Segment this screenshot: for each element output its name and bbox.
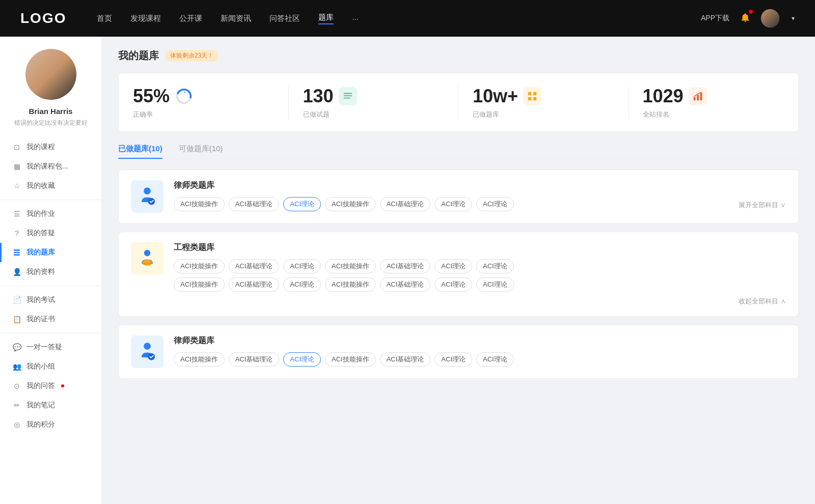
sidebar-item-points[interactable]: ◎ 我的积分 (0, 415, 101, 434)
svg-point-17 (148, 198, 155, 205)
tag[interactable]: ACI技能操作 (174, 277, 225, 292)
sidebar-item-certificate[interactable]: 📋 我的证书 (0, 310, 101, 329)
nav-qa[interactable]: 问答社区 (269, 14, 300, 23)
qbank-card-lawyer-2: 律师类题库 ACI技能操作 ACI基础理论 ACI理论 ACI技能操作 ACI基… (118, 325, 799, 379)
tag[interactable]: ACI理论 (434, 277, 472, 292)
svg-rect-2 (14, 254, 20, 256)
packages-icon: ▦ (12, 162, 21, 171)
tag[interactable]: ACI技能操作 (174, 197, 225, 211)
tag[interactable]: ACI理论 (283, 277, 321, 292)
tag[interactable]: ACI技能操作 (325, 277, 376, 292)
tag[interactable]: ACI基础理论 (380, 259, 431, 273)
sidebar-item-qa[interactable]: ? 我的答疑 (0, 223, 101, 243)
qa-icon: ? (12, 229, 21, 238)
tag[interactable]: ACI理论 (476, 259, 514, 273)
tag[interactable]: ACI技能操作 (174, 259, 225, 273)
bell-icon (740, 12, 751, 23)
stat-value-row-3: 10w+ (473, 86, 541, 107)
sidebar-item-favorites[interactable]: ☆ 我的收藏 (0, 176, 101, 195)
notes-icon: ✏ (12, 401, 21, 410)
sidebar: Brian Harris 错误的决定比没有决定要好 ⊡ 我的课程 ▦ 我的课程包… (0, 37, 102, 504)
tag[interactable]: ACI基础理论 (229, 352, 280, 367)
stat-value-banks: 10w+ (473, 86, 518, 107)
tab-done[interactable]: 已做题库(10) (118, 144, 162, 159)
nav-opencourse[interactable]: 公开课 (179, 14, 202, 23)
sidebar-item-course-packages[interactable]: ▦ 我的课程包... (0, 157, 101, 176)
sidebar-item-myqa[interactable]: ⊙ 我的问答 (0, 376, 101, 396)
tag[interactable]: ACI技能操作 (174, 352, 225, 367)
trial-badge: 体验剩余23天！ (165, 50, 219, 62)
tabs-row: 已做题库(10) 可做题库(10) (118, 144, 799, 159)
notification-bell[interactable] (740, 12, 751, 25)
group-icon: 👥 (12, 362, 21, 371)
nav-home[interactable]: 首页 (97, 14, 112, 23)
tag[interactable]: ACI基础理论 (229, 277, 280, 292)
tags-row-2a: ACI技能操作 ACI基础理论 ACI理论 ACI技能操作 ACI基础理论 AC… (174, 259, 786, 273)
lawyer-icon-2 (136, 341, 158, 363)
tag-active-3[interactable]: ACI理论 (283, 352, 321, 367)
user-name: Brian Harris (29, 107, 73, 116)
sidebar-item-group[interactable]: 👥 我的小组 (0, 357, 101, 376)
tag[interactable]: ACI基础理论 (229, 197, 280, 211)
divider-1 (0, 200, 101, 200)
tag[interactable]: ACI理论 (283, 259, 321, 273)
user-motto: 错误的决定比没有决定要好 (6, 119, 96, 127)
engineer-icon (136, 247, 158, 270)
svg-rect-7 (343, 95, 352, 96)
tag[interactable]: ACI基础理论 (380, 277, 431, 292)
unread-dot (61, 384, 64, 387)
profile-icon: 👤 (12, 267, 21, 276)
svg-rect-6 (343, 93, 352, 94)
svg-point-16 (144, 187, 151, 194)
sidebar-item-profile[interactable]: 👤 我的资料 (0, 262, 101, 282)
questions-icon (339, 87, 357, 105)
star-icon: ☆ (12, 181, 21, 190)
tag-active[interactable]: ACI理论 (283, 197, 321, 211)
tag[interactable]: ACI基础理论 (229, 259, 280, 273)
tab-available[interactable]: 可做题库(10) (179, 144, 223, 159)
tag[interactable]: ACI技能操作 (325, 352, 376, 367)
sidebar-item-exam[interactable]: 📄 我的考试 (0, 290, 101, 310)
sidebar-item-label: 一对一答疑 (26, 343, 62, 352)
tags-row-3: ACI技能操作 ACI基础理论 ACI理论 ACI技能操作 ACI基础理论 AC… (174, 352, 514, 367)
tag[interactable]: ACI理论 (434, 197, 472, 211)
nav-discover[interactable]: 发现课程 (130, 14, 161, 23)
collapse-link[interactable]: 收起全部科目 ∧ (174, 297, 786, 306)
expand-link-1[interactable]: 展开全部科目 ∨ (739, 201, 786, 210)
tag[interactable]: ACI理论 (476, 277, 514, 292)
sidebar-item-label: 我的课程 (26, 143, 55, 152)
nav-news[interactable]: 新闻资讯 (221, 14, 251, 23)
banks-icon (523, 87, 541, 105)
qbank-icon-wrap (131, 180, 164, 213)
user-avatar-nav[interactable] (761, 9, 779, 27)
tag[interactable]: ACI技能操作 (325, 259, 376, 273)
svg-point-21 (144, 259, 151, 263)
tag[interactable]: ACI基础理论 (380, 352, 431, 367)
user-menu-chevron[interactable]: ▾ (792, 15, 795, 22)
sidebar-item-homework[interactable]: ☰ 我的作业 (0, 204, 101, 223)
svg-rect-11 (528, 97, 531, 100)
tag[interactable]: ACI理论 (476, 352, 514, 367)
certificate-icon: 📋 (12, 315, 21, 324)
sidebar-item-courses[interactable]: ⊡ 我的课程 (0, 137, 101, 157)
sidebar-item-notes[interactable]: ✏ 我的笔记 (0, 396, 101, 415)
app-download-button[interactable]: APP下载 (701, 14, 729, 23)
tag[interactable]: ACI基础理论 (380, 197, 431, 211)
tag[interactable]: ACI理论 (434, 259, 472, 273)
nav-menu: 首页 发现课程 公开课 新闻资讯 问答社区 题库 ··· (97, 13, 701, 24)
stat-rank: 1029 全站排名 (629, 73, 799, 131)
tag[interactable]: ACI技能操作 (325, 197, 376, 211)
stat-correct-rate: 55% 正确率 (119, 73, 289, 131)
svg-rect-8 (343, 98, 350, 99)
qbank-title-1: 律师类题库 (174, 180, 786, 191)
nav-qbank[interactable]: 题库 (318, 13, 334, 24)
tag[interactable]: ACI理论 (434, 352, 472, 367)
sidebar-item-tutoring[interactable]: 💬 一对一答疑 (0, 338, 101, 357)
nav-more[interactable]: ··· (352, 14, 359, 23)
navbar: LOGO 首页 发现课程 公开课 新闻资讯 问答社区 题库 ··· APP下载 … (0, 0, 815, 37)
sidebar-item-qbank[interactable]: 我的题库 (0, 243, 101, 262)
stat-questions-done: 130 已做试题 (289, 73, 459, 131)
tag[interactable]: ACI理论 (476, 197, 514, 211)
lawyer-icon (136, 185, 158, 208)
homework-icon: ☰ (12, 209, 21, 218)
